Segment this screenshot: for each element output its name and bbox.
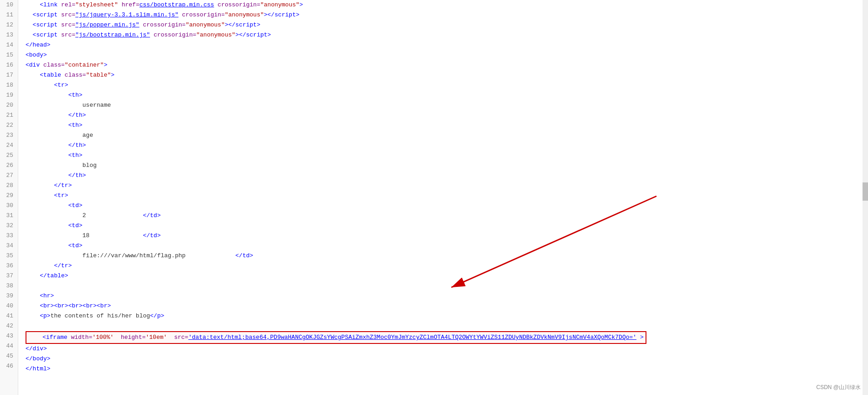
scrollbar-thumb[interactable] xyxy=(863,182,868,201)
line-num: 35 xyxy=(5,251,13,261)
code-line-14: </head> xyxy=(26,40,868,50)
code-line-36: </tr> xyxy=(26,261,868,271)
line-num: 21 xyxy=(5,110,13,120)
code-line-12: <script src="js/popper.min.js" crossorig… xyxy=(26,20,868,30)
code-line-17: <table class="table"> xyxy=(26,70,868,80)
line-num: 34 xyxy=(5,241,13,251)
line-num: 38 xyxy=(5,281,13,291)
line-num: 18 xyxy=(5,80,13,90)
line-num: 22 xyxy=(5,120,13,130)
line-num: 46 xyxy=(5,361,13,371)
line-num: 37 xyxy=(5,271,13,281)
code-line-29: <tr> xyxy=(26,191,868,201)
code-line-46: </html> xyxy=(26,364,868,374)
line-num: 44 xyxy=(5,341,13,351)
code-line-32: <td> xyxy=(26,221,868,231)
code-viewer: 10 11 12 13 14 15 16 17 18 19 20 21 22 2… xyxy=(0,0,868,395)
line-num: 24 xyxy=(5,140,13,151)
code-line-43: <iframe width='100%' height='10em' src='… xyxy=(26,331,646,344)
line-num: 31 xyxy=(5,211,13,221)
line-num: 19 xyxy=(5,90,13,100)
line-num: 45 xyxy=(5,351,13,361)
line-num: 40 xyxy=(5,301,13,311)
line-num: 27 xyxy=(5,171,13,181)
code-line-13: <script src="js/bootstrap.min.js" crosso… xyxy=(26,30,868,40)
line-num: 14 xyxy=(5,40,13,50)
code-line-16: <div class="container"> xyxy=(26,60,868,70)
line-num: 39 xyxy=(5,291,13,301)
code-line-38 xyxy=(26,281,868,291)
line-num: 30 xyxy=(5,201,13,211)
code-line-34: <td> xyxy=(26,241,868,251)
code-line-31: 2 </td> xyxy=(26,211,868,221)
line-num: 20 xyxy=(5,100,13,110)
line-num: 43 xyxy=(5,331,13,341)
code-line-19: <th> xyxy=(26,90,868,100)
code-line-15: <body> xyxy=(26,50,868,60)
scrollbar[interactable] xyxy=(863,0,868,395)
line-num: 26 xyxy=(5,161,13,171)
line-numbers: 10 11 12 13 14 15 16 17 18 19 20 21 22 2… xyxy=(0,0,18,395)
line-num: 15 xyxy=(5,50,13,60)
line-num: 13 xyxy=(5,30,13,40)
code-line-28: </tr> xyxy=(26,181,868,191)
code-line-21: </th> xyxy=(26,110,868,120)
code-line-18: <tr> xyxy=(26,80,868,90)
line-num: 23 xyxy=(5,130,13,140)
code-line-35: file:///var/www/html/flag.php </td> xyxy=(26,251,868,261)
code-line-43-wrapper: <iframe width='100%' height='10em' src='… xyxy=(26,331,868,344)
line-num: 36 xyxy=(5,261,13,271)
code-content: <link rel="stylesheet" href=css/bootstra… xyxy=(18,0,868,395)
line-num: 33 xyxy=(5,231,13,241)
code-line-30: <td> xyxy=(26,201,868,211)
line-num: 11 xyxy=(5,10,13,20)
line-num: 10 xyxy=(5,0,13,10)
code-line-42 xyxy=(26,321,868,331)
code-line-20: username xyxy=(26,100,868,110)
code-line-25: <th> xyxy=(26,151,868,161)
code-line-45: </body> xyxy=(26,354,868,364)
line-num: 42 xyxy=(5,321,13,331)
code-line-40: <br><br><br><br><br> xyxy=(26,301,868,311)
watermark: CSDN @山川绿水 xyxy=(816,384,861,391)
line-num: 28 xyxy=(5,181,13,191)
line-num: 41 xyxy=(5,311,13,321)
code-line-41: <p>the contents of his/her blog</p> xyxy=(26,311,868,321)
line-num: 29 xyxy=(5,191,13,201)
line-num: 17 xyxy=(5,70,13,80)
code-line-44: </div> xyxy=(26,344,868,354)
code-line-11: <script src="js/jquery-3.3.1.slim.min.js… xyxy=(26,10,868,20)
code-line-24: </th> xyxy=(26,140,868,151)
code-line-37: </table> xyxy=(26,271,868,281)
code-line-26: blog xyxy=(26,161,868,171)
code-line-33: 18 </td> xyxy=(26,231,868,241)
code-line-39: <hr> xyxy=(26,291,868,301)
code-line-27: </th> xyxy=(26,171,868,181)
code-line-23: age xyxy=(26,130,868,140)
code-line-22: <th> xyxy=(26,120,868,130)
line-num: 16 xyxy=(5,60,13,70)
code-line-10: <link rel="stylesheet" href=css/bootstra… xyxy=(26,0,868,10)
line-num: 12 xyxy=(5,20,13,30)
line-num: 25 xyxy=(5,151,13,161)
line-num: 32 xyxy=(5,221,13,231)
